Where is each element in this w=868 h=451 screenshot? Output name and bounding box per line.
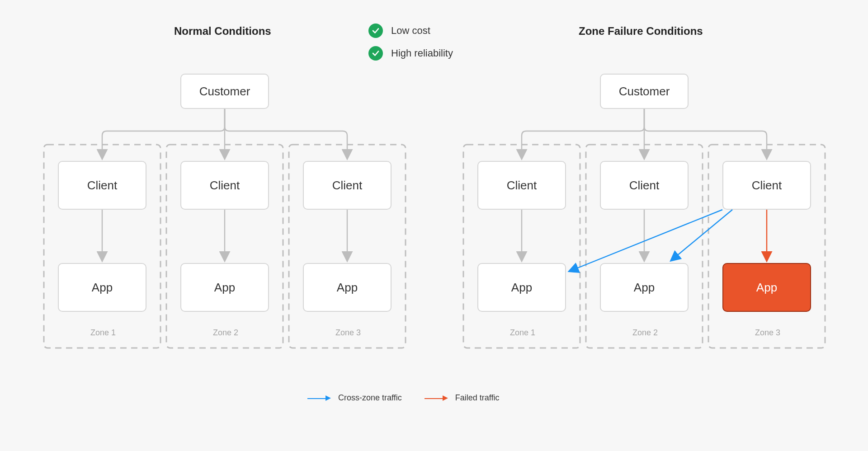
client-box-zone2: Client bbox=[600, 161, 689, 210]
client-label: Client bbox=[629, 179, 659, 193]
client-box-zone1: Client bbox=[58, 161, 146, 210]
customer-box: Customer bbox=[180, 74, 269, 109]
zone-label-1: Zone 1 bbox=[90, 328, 117, 338]
attr-label: Low cost bbox=[391, 25, 430, 37]
app-box-zone3: App bbox=[303, 263, 392, 312]
connector-overlay bbox=[0, 0, 868, 451]
attribute-list: Low cost High reliability bbox=[368, 23, 453, 61]
check-icon bbox=[368, 23, 383, 38]
title-normal: Normal Conditions bbox=[174, 25, 271, 38]
app-label: App bbox=[214, 281, 235, 295]
client-box-zone3: Client bbox=[303, 161, 392, 210]
app-box-zone2: App bbox=[600, 263, 689, 312]
check-icon bbox=[368, 46, 383, 61]
customer-label: Customer bbox=[199, 85, 250, 99]
legend-cross-zone: Cross-zone traffic bbox=[307, 393, 402, 403]
svg-line-12 bbox=[570, 210, 722, 271]
legend: Cross-zone traffic Failed traffic bbox=[307, 393, 499, 403]
attr-high-reliability: High reliability bbox=[368, 46, 453, 61]
customer-box: Customer bbox=[600, 74, 689, 109]
app-box-zone2: App bbox=[180, 263, 269, 312]
client-label: Client bbox=[752, 179, 782, 193]
client-label: Client bbox=[210, 179, 240, 193]
app-label: App bbox=[634, 281, 655, 295]
app-label: App bbox=[756, 281, 777, 295]
title-failure: Zone Failure Conditions bbox=[579, 25, 703, 38]
app-label: App bbox=[511, 281, 532, 295]
arrow-icon bbox=[425, 396, 448, 400]
zone-label-2: Zone 2 bbox=[632, 328, 659, 338]
app-label: App bbox=[337, 281, 358, 295]
client-box-zone2: Client bbox=[180, 161, 269, 210]
zone-label-3: Zone 3 bbox=[335, 328, 362, 338]
client-label: Client bbox=[332, 179, 362, 193]
zone-label-3: Zone 3 bbox=[754, 328, 781, 338]
legend-label: Failed traffic bbox=[455, 393, 500, 403]
zone-label-2: Zone 2 bbox=[212, 328, 239, 338]
zone-label-1: Zone 1 bbox=[509, 328, 536, 338]
client-box-zone3: Client bbox=[722, 161, 811, 210]
app-box-zone1: App bbox=[58, 263, 146, 312]
app-box-zone1: App bbox=[477, 263, 566, 312]
legend-failed: Failed traffic bbox=[425, 393, 500, 403]
client-box-zone1: Client bbox=[477, 161, 566, 210]
legend-label: Cross-zone traffic bbox=[338, 393, 402, 403]
customer-label: Customer bbox=[619, 85, 670, 99]
arrow-icon bbox=[307, 396, 331, 400]
app-box-zone3-failed: App bbox=[722, 263, 811, 312]
attr-low-cost: Low cost bbox=[368, 23, 453, 38]
svg-line-13 bbox=[671, 210, 732, 260]
client-label: Client bbox=[87, 179, 117, 193]
app-label: App bbox=[92, 281, 113, 295]
client-label: Client bbox=[507, 179, 537, 193]
attr-label: High reliability bbox=[391, 47, 453, 59]
